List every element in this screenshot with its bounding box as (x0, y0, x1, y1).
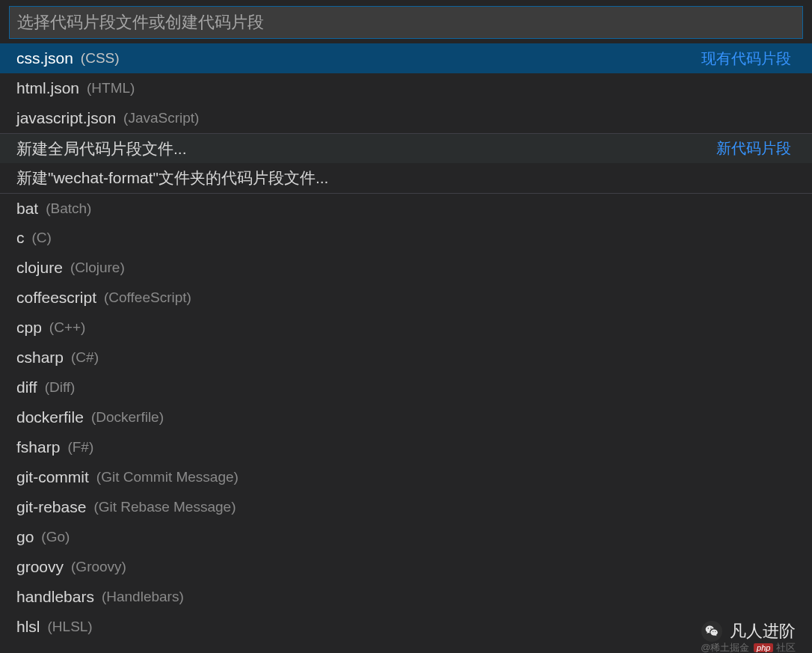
sub-watermark-suffix: 社区 (776, 642, 796, 653)
snippet-language-item[interactable]: git-commit(Git Commit Message) (0, 462, 812, 492)
list-item-primary: fsharp (16, 432, 60, 462)
list-item-primary: handlebars (16, 582, 94, 612)
snippet-language-item[interactable]: git-rebase(Git Rebase Message) (0, 492, 812, 522)
list-item-primary: javascript.json (16, 103, 116, 133)
snippet-language-item[interactable]: handlebars(Handlebars) (0, 582, 812, 612)
list-item-secondary: (C) (32, 223, 52, 253)
snippet-language-item[interactable]: go(Go) (0, 522, 812, 552)
list-item-primary: cpp (16, 313, 42, 343)
snippet-existing-item[interactable]: css.json(CSS) (0, 43, 812, 73)
list-item-secondary: (Git Commit Message) (96, 462, 239, 492)
snippet-list: css.json(CSS)html.json(HTML)javascript.j… (0, 43, 812, 642)
list-item-secondary: (CSS) (81, 43, 120, 73)
list-item-secondary: (C#) (71, 343, 99, 373)
snippet-language-item[interactable]: fsharp(F#) (0, 432, 812, 462)
snippet-search-input[interactable] (9, 6, 803, 39)
list-item-secondary: (Go) (41, 522, 70, 552)
list-item-primary: diff (16, 373, 37, 402)
list-item-primary: hlsl (16, 612, 40, 642)
list-item-secondary: (Dockerfile) (91, 402, 164, 432)
snippet-language-item[interactable]: cpp(C++) (0, 313, 812, 343)
snippet-language-item[interactable]: csharp(C#) (0, 343, 812, 373)
sub-watermark: @稀土掘金 php 社区 (701, 641, 796, 653)
list-item-secondary: (HTML) (87, 73, 135, 103)
sub-watermark-prefix: @稀土掘金 (701, 642, 749, 653)
list-item-primary: html.json (16, 73, 79, 103)
list-item-primary: clojure (16, 253, 63, 283)
list-item-primary: git-commit (16, 462, 89, 492)
list-item-secondary: (CoffeeScript) (104, 283, 191, 313)
snippet-language-item[interactable]: bat(Batch) (0, 193, 812, 223)
snippet-language-item[interactable]: diff(Diff) (0, 373, 812, 402)
list-item-primary: 新建全局代码片段文件... (16, 134, 187, 164)
input-container (9, 6, 803, 39)
snippet-existing-item[interactable]: html.json(HTML) (0, 73, 812, 103)
snippet-language-item[interactable]: dockerfile(Dockerfile) (0, 402, 812, 432)
snippet-language-item[interactable]: groovy(Groovy) (0, 552, 812, 582)
list-item-secondary: (Groovy) (71, 552, 126, 582)
list-item-secondary: (Git Rebase Message) (93, 492, 236, 522)
list-item-secondary: (HLSL) (48, 612, 93, 642)
snippet-language-item[interactable]: hlsl(HLSL) (0, 612, 812, 642)
list-item-primary: c (16, 223, 25, 253)
list-item-primary: groovy (16, 552, 64, 582)
list-item-primary: bat (16, 194, 38, 224)
list-item-primary: coffeescript (16, 283, 96, 313)
list-item-primary: git-rebase (16, 492, 86, 522)
list-item-secondary: (Diff) (45, 373, 76, 402)
snippet-language-item[interactable]: clojure(Clojure) (0, 253, 812, 283)
snippet-new-item[interactable]: 新建"wechat-format"文件夹的代码片段文件... (0, 163, 812, 193)
php-badge: php (754, 643, 773, 652)
list-item-primary: css.json (16, 43, 73, 73)
list-item-secondary: (Batch) (46, 194, 91, 224)
snippet-existing-item[interactable]: javascript.json(JavaScript) (0, 103, 812, 133)
snippet-language-item[interactable]: c(C) (0, 223, 812, 253)
list-item-secondary: (JavaScript) (123, 103, 199, 133)
snippet-new-item[interactable]: 新建全局代码片段文件... (0, 133, 812, 163)
list-item-primary: csharp (16, 343, 64, 373)
list-item-secondary: (Clojure) (70, 253, 125, 283)
command-palette: css.json(CSS)html.json(HTML)javascript.j… (0, 0, 812, 653)
list-item-secondary: (Handlebars) (102, 582, 184, 612)
list-item-secondary: (F#) (67, 432, 93, 462)
list-item-primary: go (16, 522, 34, 552)
list-item-secondary: (C++) (49, 313, 86, 343)
list-item-primary: 新建"wechat-format"文件夹的代码片段文件... (16, 163, 328, 193)
list-item-primary: dockerfile (16, 402, 84, 432)
snippet-language-item[interactable]: coffeescript(CoffeeScript) (0, 283, 812, 313)
